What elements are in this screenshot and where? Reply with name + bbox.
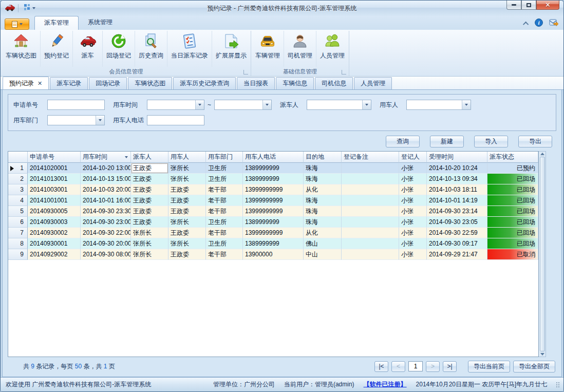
- table-cell-accept-time[interactable]: 2014-10-01 14:19: [427, 195, 487, 206]
- table-cell-dept[interactable]: 卫生所: [206, 174, 243, 184]
- table-cell-order-no[interactable]: 20140930002: [28, 228, 81, 238]
- table-cell-remark[interactable]: [342, 163, 399, 174]
- dispatcher-combo[interactable]: [307, 100, 371, 110]
- table-cell-order-no[interactable]: 20141020001: [28, 163, 81, 174]
- table-cell-user[interactable]: 王政委: [168, 228, 206, 238]
- quick-access-toolbar-button[interactable]: [22, 3, 37, 14]
- sort-filter-icon[interactable]: [125, 156, 128, 158]
- prev-page-button[interactable]: <: [391, 361, 405, 372]
- table-cell-order-no[interactable]: 20140930005: [28, 206, 81, 217]
- table-cell-phone[interactable]: 1389999999: [243, 174, 304, 184]
- ribbon-button[interactable]: 回场登记: [102, 31, 135, 67]
- combo-button[interactable]: [96, 116, 104, 125]
- table-cell-accept-time[interactable]: 2014-10-20 10:24: [427, 163, 487, 174]
- table-row[interactable]: 8201409300012014-09-30 20:00张所长张所长卫生所138…: [8, 238, 538, 249]
- table-cell-accept-time[interactable]: 2014-10-03 18:11: [427, 184, 487, 195]
- table-cell-use-time[interactable]: 2014-10-13 15:00: [81, 174, 131, 184]
- table-cell-user[interactable]: 王政委: [168, 184, 206, 195]
- export-current-page-button[interactable]: 导出当前页: [468, 361, 510, 372]
- table-cell-status[interactable]: 已回场: [487, 174, 538, 184]
- table-cell-phone[interactable]: 1389999999: [243, 238, 304, 249]
- table-cell-use-time[interactable]: 2014-10-03 20:00: [81, 184, 131, 195]
- row-number[interactable]: 1: [8, 163, 28, 174]
- table-cell-remark[interactable]: [342, 195, 399, 206]
- table-cell-dept[interactable]: 老干部: [206, 228, 243, 238]
- table-cell-registrar[interactable]: 小张: [399, 238, 427, 249]
- collapse-ribbon-icon[interactable]: [523, 22, 529, 27]
- table-row[interactable]: 7201409300022014-09-30 22:00张所长王政委老干部139…: [8, 228, 538, 238]
- table-cell-status[interactable]: 已回场: [487, 217, 538, 228]
- table-cell-accept-time[interactable]: 2014-09-30 23:05: [427, 217, 487, 228]
- ribbon-button[interactable]: 人员管理: [316, 31, 348, 67]
- column-header[interactable]: 用车人电话: [243, 152, 304, 163]
- table-cell-registrar[interactable]: 小张: [399, 206, 427, 217]
- license-link[interactable]: 【软件已注册】: [364, 380, 407, 389]
- table-cell-dest[interactable]: 珠海: [304, 163, 342, 174]
- table-cell-use-time[interactable]: 2014-09-30 20:00: [81, 238, 131, 249]
- ribbon-button[interactable]: 车辆管理: [252, 31, 284, 67]
- info-icon[interactable]: i: [535, 18, 543, 29]
- table-cell-use-time[interactable]: 2014-09-30 23:00: [81, 217, 131, 228]
- table-cell-accept-time[interactable]: 2014-10-13 09:34: [427, 174, 487, 184]
- doc-tab[interactable]: 司机信息: [315, 77, 353, 89]
- table-cell-user[interactable]: 王政委: [168, 195, 206, 206]
- table-cell-use-time[interactable]: 2014-10-20 13:00: [81, 163, 131, 174]
- maximize-button[interactable]: [521, 1, 536, 10]
- doc-tab[interactable]: 车辆状态图: [128, 77, 172, 89]
- column-header[interactable]: 申请单号: [28, 152, 81, 163]
- combo-button[interactable]: [262, 100, 271, 109]
- table-cell-use-time[interactable]: 2014-10-01 16:00: [81, 195, 131, 206]
- column-header[interactable]: 用车时间: [81, 152, 131, 163]
- table-cell-dest[interactable]: 中山: [304, 249, 342, 260]
- table-cell-phone[interactable]: 1389999999: [243, 163, 304, 174]
- combo-button[interactable]: [462, 100, 471, 109]
- table-row[interactable]: 6201409300032014-09-30 23:00王政委张所长卫生所138…: [8, 217, 538, 228]
- doc-tab[interactable]: 派车记录: [50, 77, 88, 89]
- table-cell-dept[interactable]: 老干部: [206, 184, 243, 195]
- table-cell-user[interactable]: 王政委: [168, 249, 206, 260]
- table-cell-order-no[interactable]: 20141001001: [28, 195, 81, 206]
- table-cell-status[interactable]: 已回场: [487, 195, 538, 206]
- table-cell-dispatcher[interactable]: 张所长: [131, 228, 168, 238]
- ribbon-button[interactable]: 历史查询: [135, 31, 167, 67]
- scrollbar-thumb[interactable]: [540, 157, 545, 351]
- table-row[interactable]: 2201410130012014-10-13 15:00王政委张所长卫生所138…: [8, 174, 538, 184]
- row-number[interactable]: 6: [8, 217, 28, 228]
- table-cell-user[interactable]: 张所长: [168, 163, 206, 174]
- table-cell-registrar[interactable]: 小张: [399, 163, 427, 174]
- row-number[interactable]: 9: [8, 249, 28, 260]
- column-header[interactable]: 用车部门: [206, 152, 243, 163]
- table-cell-status[interactable]: 已回场: [487, 206, 538, 217]
- table-cell-remark[interactable]: [342, 206, 399, 217]
- scroll-up-icon[interactable]: [540, 153, 544, 155]
- table-cell-dept[interactable]: 老干部: [206, 249, 243, 260]
- table-cell-status[interactable]: 已取消: [487, 249, 538, 260]
- table-cell-registrar[interactable]: 小张: [399, 184, 427, 195]
- table-cell-use-time[interactable]: 2014-09-30 22:00: [81, 228, 131, 238]
- dialog-launcher-icon[interactable]: [342, 70, 346, 74]
- action-button[interactable]: 查询: [386, 136, 420, 147]
- column-header[interactable]: 派车状态: [487, 152, 538, 163]
- action-button[interactable]: 新建: [430, 136, 464, 147]
- table-cell-status[interactable]: 已回场: [487, 238, 538, 249]
- help-mail-icon[interactable]: [549, 18, 558, 29]
- table-cell-dest[interactable]: 珠海: [304, 174, 342, 184]
- combo-button[interactable]: [195, 100, 204, 109]
- table-cell-order-no[interactable]: 20141013001: [28, 174, 81, 184]
- table-cell-registrar[interactable]: 小张: [399, 174, 427, 184]
- application-menu-button[interactable]: [5, 18, 29, 30]
- last-page-button[interactable]: >|: [443, 361, 457, 372]
- doc-tab[interactable]: 人员管理: [354, 77, 392, 89]
- dialog-launcher-icon[interactable]: [243, 70, 248, 74]
- ribbon-button[interactable]: 派车: [72, 31, 102, 67]
- table-cell-order-no[interactable]: 20140929002: [28, 249, 81, 260]
- table-cell-phone[interactable]: 13999999999: [243, 184, 304, 195]
- resize-grip-icon[interactable]: [558, 382, 559, 387]
- row-number[interactable]: 2: [8, 174, 28, 184]
- use-time-from-combo[interactable]: [147, 100, 204, 110]
- phone-input[interactable]: [147, 115, 204, 125]
- table-cell-remark[interactable]: [342, 249, 399, 260]
- table-cell-remark[interactable]: [342, 184, 399, 195]
- column-header[interactable]: 登记人: [399, 152, 427, 163]
- column-header[interactable]: 派车人: [131, 152, 168, 163]
